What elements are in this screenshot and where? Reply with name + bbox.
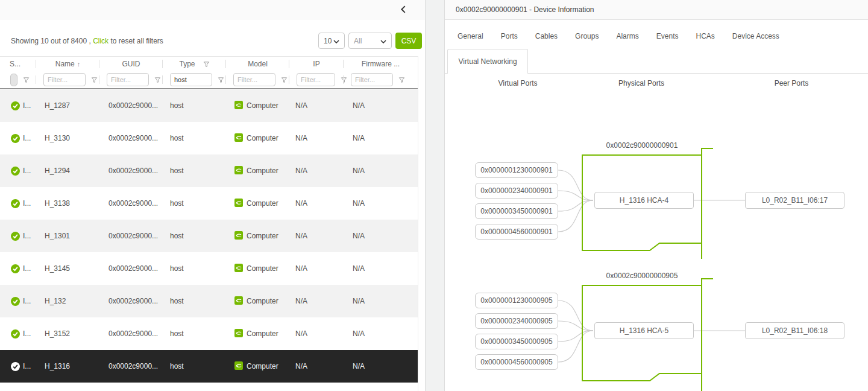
column-header-firmware[interactable]: Firmware ... bbox=[344, 57, 418, 71]
status-text: I... bbox=[23, 232, 31, 240]
cell-ip: N/A bbox=[289, 264, 344, 273]
filter-scope-select[interactable]: All bbox=[348, 33, 392, 49]
tab-hcas[interactable]: HCAs bbox=[696, 32, 714, 40]
cell-ip: N/A bbox=[289, 329, 344, 338]
cell-name: H_1287 bbox=[36, 101, 99, 110]
cell-guid: 0x0002c9000... bbox=[99, 167, 163, 175]
cell-guid: 0x0002c9000... bbox=[99, 297, 163, 305]
showing-summary: Showing 10 out of 8400 , Click to reset … bbox=[11, 37, 163, 45]
column-header-name[interactable]: Name↑ bbox=[36, 57, 99, 71]
peer-port-box[interactable]: L0_R02_B11_I06:18 bbox=[745, 322, 844, 339]
virtual-port-box[interactable]: 0x0000002340000901 bbox=[475, 183, 558, 199]
status-ok-icon bbox=[11, 362, 20, 371]
tab-general[interactable]: General bbox=[458, 32, 483, 40]
firmware-filter-input[interactable] bbox=[351, 73, 393, 86]
cell-model: Computer bbox=[247, 167, 278, 175]
cell-model: Computer bbox=[247, 264, 278, 273]
table-row[interactable]: I... H_132 0x0002c9000... host Computer … bbox=[0, 285, 418, 317]
tab-ports[interactable]: Ports bbox=[501, 32, 518, 40]
cell-firmware: N/A bbox=[344, 134, 418, 142]
virtual-port-box[interactable]: 0x0000002340000905 bbox=[475, 313, 558, 329]
cell-name: H_1294 bbox=[36, 167, 99, 175]
cell-ip: N/A bbox=[289, 101, 344, 110]
filter-funnel-icon[interactable] bbox=[154, 77, 161, 83]
name-filter-input[interactable] bbox=[43, 73, 86, 86]
device-information-panel: 0x0002c90000000901 - Device Information … bbox=[444, 0, 868, 391]
filter-funnel-icon[interactable] bbox=[281, 77, 288, 83]
tab-cables[interactable]: Cables bbox=[535, 32, 558, 40]
tab-groups[interactable]: Groups bbox=[575, 32, 599, 40]
table-row-selected[interactable]: I... H_1316 0x0002c9000... host Computer… bbox=[0, 350, 418, 383]
virtual-port-box[interactable]: 0x0000001230000901 bbox=[475, 162, 558, 178]
virtual-port-box[interactable]: 0x0000004560000905 bbox=[475, 354, 558, 370]
cell-firmware: N/A bbox=[344, 264, 418, 273]
reset-filters-link[interactable]: Click bbox=[93, 37, 108, 45]
physical-port-box[interactable]: H_1316 HCA-5 bbox=[594, 322, 694, 339]
table-row[interactable]: I... H_1301 0x0002c9000... host Computer… bbox=[0, 220, 418, 252]
nvidia-logo-icon bbox=[234, 133, 243, 144]
status-text: I... bbox=[23, 199, 31, 208]
status-text: I... bbox=[23, 264, 31, 273]
cell-ip: N/A bbox=[289, 167, 344, 175]
table-row[interactable]: I... H_3152 0x0002c9000... host Computer… bbox=[0, 317, 418, 350]
nvidia-logo-icon bbox=[234, 296, 243, 307]
model-filter-input[interactable] bbox=[233, 73, 275, 86]
cell-guid: 0x0002c9000... bbox=[99, 199, 163, 208]
cell-type: host bbox=[163, 101, 226, 110]
column-header-model[interactable]: Model bbox=[226, 57, 289, 71]
table-row[interactable]: I... H_3145 0x0002c9000... host Computer… bbox=[0, 252, 418, 285]
filter-scope-value: All bbox=[354, 37, 362, 45]
tab-events[interactable]: Events bbox=[656, 32, 679, 40]
column-header-ip[interactable]: IP bbox=[289, 57, 344, 71]
status-text: I... bbox=[23, 167, 31, 175]
sort-asc-icon: ↑ bbox=[77, 60, 81, 68]
filter-row bbox=[0, 71, 418, 88]
tab-alarms[interactable]: Alarms bbox=[616, 32, 638, 40]
column-header-row: S... Name↑ GUID Type Model IP Firmware .… bbox=[0, 57, 418, 71]
cell-ip: N/A bbox=[289, 134, 344, 142]
cell-ip: N/A bbox=[289, 232, 344, 240]
cell-guid: 0x0002c9000... bbox=[99, 232, 163, 240]
cell-type: host bbox=[163, 134, 226, 142]
guid-filter-input[interactable] bbox=[107, 73, 149, 86]
csv-export-button[interactable]: CSV bbox=[395, 33, 422, 49]
column-header-guid[interactable]: GUID bbox=[99, 57, 163, 71]
table-row[interactable]: I... H_1294 0x0002c9000... host Computer… bbox=[0, 154, 418, 187]
virtual-port-box[interactable]: 0x0000003450000905 bbox=[475, 334, 558, 349]
cell-name: H_3145 bbox=[36, 264, 99, 273]
virtual-port-box[interactable]: 0x0000004560000901 bbox=[475, 224, 558, 240]
filter-funnel-icon[interactable] bbox=[218, 77, 224, 83]
cell-name: H_132 bbox=[36, 297, 99, 305]
devices-table-panel: Showing 10 out of 8400 , Click to reset … bbox=[0, 0, 426, 391]
peer-port-box[interactable]: L0_R02_B11_I06:17 bbox=[745, 192, 844, 209]
virtual-port-box[interactable]: 0x0000003450000901 bbox=[475, 203, 558, 219]
page-size-select[interactable]: 10 bbox=[318, 33, 345, 49]
table-row[interactable]: I... H_3130 0x0002c9000... host Computer… bbox=[0, 122, 418, 154]
status-text: I... bbox=[23, 134, 31, 142]
filter-funnel-icon[interactable] bbox=[23, 77, 30, 83]
column-header-type[interactable]: Type bbox=[163, 57, 226, 71]
physical-port-box[interactable]: H_1316 HCA-4 bbox=[594, 192, 694, 209]
cell-type: host bbox=[163, 167, 226, 175]
status-filter-pill[interactable] bbox=[10, 74, 17, 86]
status-text: I... bbox=[23, 329, 31, 338]
diagram-header-virtual-ports: Virtual Ports bbox=[470, 79, 566, 87]
collapse-panel-button[interactable] bbox=[397, 5, 408, 16]
column-header-status[interactable]: S... bbox=[0, 57, 36, 71]
showing-suffix-text: to reset all filters bbox=[110, 37, 163, 45]
type-filter-input[interactable] bbox=[170, 73, 212, 86]
vertical-scrollbar[interactable] bbox=[418, 56, 425, 391]
cell-name: H_3152 bbox=[36, 329, 99, 338]
tab-device-access[interactable]: Device Access bbox=[732, 32, 779, 40]
filter-funnel-icon[interactable] bbox=[91, 77, 98, 83]
status-text: I... bbox=[23, 297, 31, 305]
filter-funnel-icon[interactable] bbox=[398, 77, 405, 83]
cell-model: Computer bbox=[247, 101, 278, 110]
table-row[interactable]: I... H_1287 0x0002c9000... host Computer… bbox=[0, 89, 418, 122]
tab-virtual-networking[interactable]: Virtual Networking bbox=[447, 49, 528, 74]
virtual-port-box[interactable]: 0x0000001230000905 bbox=[475, 293, 558, 308]
ip-filter-input[interactable] bbox=[297, 73, 335, 86]
showing-count-text: Showing 10 out of 8400 , bbox=[11, 37, 91, 45]
status-ok-icon bbox=[11, 199, 20, 208]
table-row[interactable]: I... H_3138 0x0002c9000... host Computer… bbox=[0, 187, 418, 220]
